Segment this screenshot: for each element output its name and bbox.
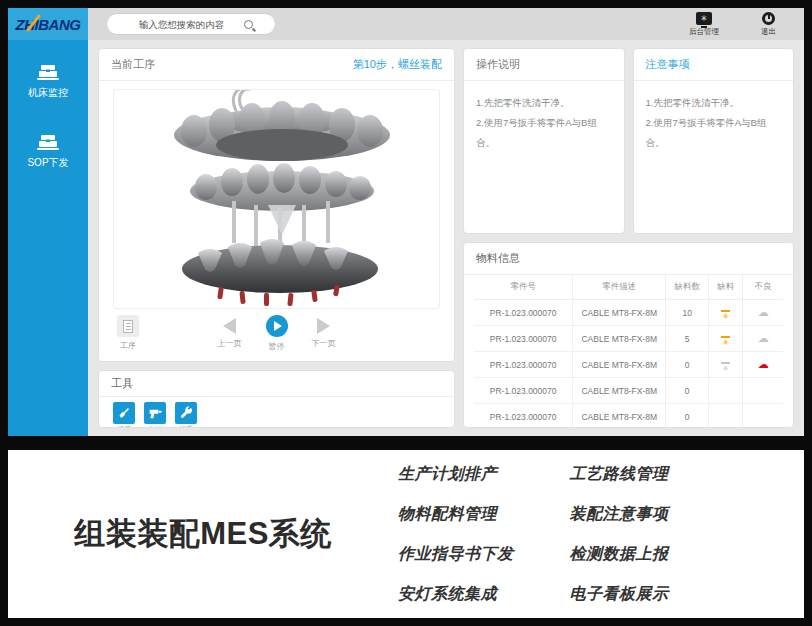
machine-monitor-icon: [36, 64, 60, 81]
cell-shortage-qty: 0: [666, 404, 709, 429]
material-call-icon[interactable]: ✳: [721, 362, 730, 373]
search-box[interactable]: [106, 13, 276, 35]
pause-label: 暂停: [269, 341, 285, 352]
drill-icon: [144, 402, 166, 424]
step-info: 第10步，螺丝装配: [353, 57, 442, 72]
cell-part-no: PR-1.023.000070: [474, 378, 573, 404]
materials-header: 物料信息: [464, 243, 793, 275]
cell-part-no: PR-1.023.000070: [474, 326, 573, 352]
cell-desc: CABLE MT8-FX-8M: [573, 326, 666, 352]
admin-label: 后台管理: [689, 27, 719, 37]
tool-wrench[interactable]: 扳手: [175, 402, 197, 428]
cell-desc: CABLE MT8-FX-8M: [573, 352, 666, 378]
screwdriver-icon: [113, 402, 135, 424]
process-image: [113, 89, 440, 309]
admin-button[interactable]: ✳ 后台管理: [689, 12, 719, 37]
notes-body: 1.先把零件洗清干净。 2.使用7号扳手将零件A与B组合。: [634, 81, 794, 165]
wrench-icon: [175, 402, 197, 424]
feature-column-right: 工艺路线管理 装配注意事项 检测数据上报 电子看板展示: [570, 464, 669, 605]
cell-desc: CABLE MT8-FX-8M: [573, 378, 666, 404]
pause-button[interactable]: 暂停: [266, 315, 288, 352]
tools-header: 工具: [99, 371, 454, 397]
materials-title: 物料信息: [476, 251, 520, 266]
notes-header: 注意事项: [634, 49, 794, 81]
instructions-title: 操作说明: [476, 57, 520, 72]
content-area: 当前工序 第10步，螺丝装配: [88, 40, 804, 436]
feature-column-left: 生产计划排产 物料配料管理 作业指导书下发 安灯系统集成: [398, 464, 514, 605]
tools-title: 工具: [111, 376, 133, 391]
process-list-label: 工序: [120, 340, 136, 351]
table-header-row: 零件号 零件描述 缺料数 缺料 不良: [474, 275, 783, 300]
cell-desc: CABLE MT8-FX-8M: [573, 404, 666, 429]
defect-report-icon[interactable]: ☁: [758, 358, 769, 370]
tools-panel: 工具: [98, 370, 455, 428]
brand-logo: ZHIBANG: [8, 8, 88, 40]
app-window: ZHIBANG 机床监控: [8, 8, 804, 436]
feature-item: 检测数据上报: [570, 544, 669, 565]
column-shortage: 缺料: [709, 275, 743, 300]
table-row: PR-1.023.000070 CABLE MT8-FX-8M 0 ✳ ☁: [474, 378, 783, 404]
column-part-no: 零件号: [474, 275, 573, 300]
table-row: PR-1.023.000070 CABLE MT8-FX-8M 0 ✳ ☁: [474, 404, 783, 429]
cell-shortage-qty: 10: [666, 300, 709, 326]
table-row: PR-1.023.000070 CABLE MT8-FX-8M 5 ✳ ☁: [474, 326, 783, 352]
material-call-icon[interactable]: ✳: [721, 336, 730, 347]
note-line: 2.使用7号扳手将零件A与B组合。: [646, 113, 782, 153]
sidebar-item-sop-dispatch[interactable]: SOP下发: [8, 134, 88, 170]
instructions-body: 1.先把零件洗清干净。 2.使用7号扳手将零件A与B组合。: [464, 81, 624, 165]
tool-screwdriver[interactable]: 起子: [113, 402, 135, 428]
current-process-header: 当前工序 第10步，螺丝装配: [99, 49, 454, 81]
instruction-line: 2.使用7号扳手将零件A与B组合。: [476, 113, 612, 153]
admin-monitor-gear-icon: ✳: [696, 12, 712, 25]
current-process-panel: 当前工序 第10步，螺丝装配: [98, 48, 455, 362]
material-call-icon[interactable]: ✳: [721, 310, 730, 321]
sidebar-item-label: SOP下发: [27, 156, 68, 170]
prev-page-button[interactable]: 上一页: [218, 315, 242, 352]
defect-report-icon[interactable]: ☁: [758, 306, 769, 318]
defect-report-icon[interactable]: ☁: [758, 332, 769, 344]
next-label: 下一页: [312, 338, 336, 349]
exit-label: 退出: [761, 27, 776, 37]
page-frame: ZHIBANG 机床监控: [0, 0, 812, 626]
sidebar: ZHIBANG 机床监控: [8, 8, 88, 436]
next-page-button[interactable]: 下一页: [312, 315, 336, 352]
search-input[interactable]: [129, 19, 234, 30]
search-icon[interactable]: [244, 20, 253, 29]
tool-drill[interactable]: 电钻: [144, 402, 166, 428]
feature-item: 物料配料管理: [398, 504, 514, 525]
materials-table: 零件号 零件描述 缺料数 缺料 不良 PR-1.023.000070: [474, 275, 783, 428]
process-list-button[interactable]: 工序: [117, 315, 139, 351]
footer-banner: 组装装配MES系统 生产计划排产 物料配料管理 作业指导书下发 安灯系统集成 工…: [8, 450, 804, 618]
feature-item: 生产计划排产: [398, 464, 514, 485]
assembly-illustration: [122, 89, 432, 309]
feature-lists: 生产计划排产 物料配料管理 作业指导书下发 安灯系统集成 工艺路线管理 装配注意…: [398, 464, 669, 605]
table-row: PR-1.023.000070 CABLE MT8-FX-8M 10 ✳ ☁: [474, 300, 783, 326]
cell-part-no: PR-1.023.000070: [474, 404, 573, 429]
footer-title: 组装装配MES系统: [8, 513, 398, 555]
notes-title: 注意事项: [646, 57, 690, 72]
feature-item: 工艺路线管理: [570, 464, 669, 485]
cell-desc: CABLE MT8-FX-8M: [573, 300, 666, 326]
exit-button[interactable]: 退出: [761, 12, 776, 37]
column-defect: 不良: [743, 275, 783, 300]
cell-shortage-qty: 0: [666, 352, 709, 378]
tools-row: 起子 电钻: [99, 397, 454, 428]
right-column: 操作说明 1.先把零件洗清干净。 2.使用7号扳手将零件A与B组合。 注意事项: [463, 48, 794, 428]
cell-shortage-qty: 5: [666, 326, 709, 352]
instructions-header: 操作说明: [464, 49, 624, 81]
process-list-box: [117, 315, 139, 337]
sidebar-item-machine-monitor[interactable]: 机床监控: [8, 64, 88, 100]
power-icon: [762, 12, 775, 25]
process-controls: 工序 上一页 暂停: [99, 313, 454, 361]
tool-label: 起子: [117, 425, 132, 428]
instruction-line: 1.先把零件洗清干净。: [476, 93, 612, 113]
play-pause-icon: [266, 315, 288, 337]
tool-label: 电钻: [148, 425, 163, 428]
topbar: ✳ 后台管理 退出: [88, 8, 804, 40]
info-row: 操作说明 1.先把零件洗清干净。 2.使用7号扳手将零件A与B组合。 注意事项: [463, 48, 794, 234]
cell-part-no: PR-1.023.000070: [474, 352, 573, 378]
feature-item: 装配注意事项: [570, 504, 669, 525]
feature-item: 作业指导书下发: [398, 544, 514, 565]
feature-item: 安灯系统集成: [398, 584, 514, 605]
table-row: PR-1.023.000070 CABLE MT8-FX-8M 0 ✳ ☁: [474, 352, 783, 378]
